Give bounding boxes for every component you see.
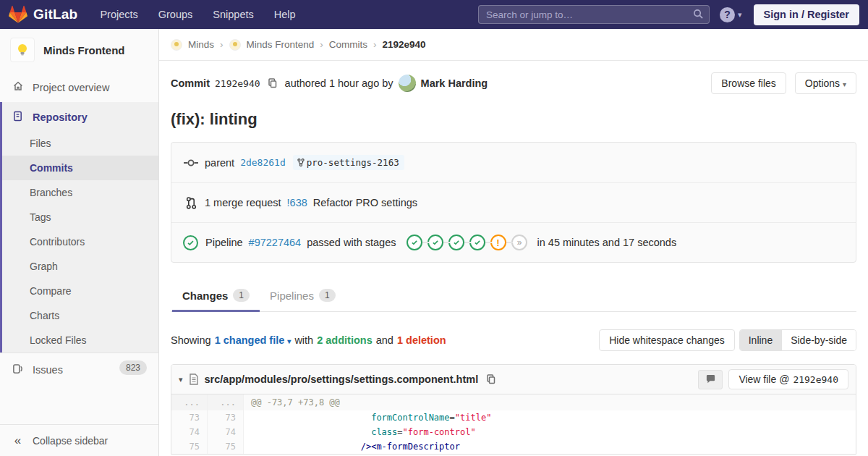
tab-changes[interactable]: Changes 1	[172, 280, 260, 311]
options-button[interactable]: Options ▾	[795, 72, 856, 94]
file-path[interactable]: src/app/modules/pro/settings/settings.co…	[205, 373, 479, 385]
branch-ref-badge[interactable]: pro-settings-2163	[293, 155, 404, 170]
sidebar-item-branches[interactable]: Branches	[2, 180, 158, 205]
merge-request-title: Refactor PRO settings	[313, 197, 417, 208]
project-header[interactable]: Minds Frontend	[0, 29, 158, 72]
old-line-number[interactable]: 75	[171, 439, 208, 454]
nav-help[interactable]: Help	[266, 4, 304, 25]
diff-line: 74 74 class="form-control"	[171, 425, 856, 439]
help-menu[interactable]: ? ▾	[720, 7, 742, 22]
author-name[interactable]: Mark Harding	[421, 77, 488, 89]
toggle-comments-button[interactable]	[698, 370, 723, 389]
showing-text: Showing	[171, 334, 211, 346]
code-line: class="form-control"	[244, 425, 856, 439]
nav-projects[interactable]: Projects	[92, 4, 145, 25]
sidebar-item-contributors[interactable]: Contributors	[2, 229, 158, 254]
top-navbar: GitLab Projects Groups Snippets Help ? ▾…	[0, 0, 868, 29]
stage-passed-icon[interactable]	[427, 235, 443, 250]
breadcrumb-current-sha: 2192e940	[383, 39, 426, 50]
new-line-number[interactable]: 73	[208, 410, 244, 425]
browse-files-button[interactable]: Browse files	[711, 72, 786, 94]
file-icon	[189, 373, 199, 385]
changed-files-dropdown[interactable]: 1 changed file ▾	[215, 334, 292, 346]
merge-request-row: 1 merge request !638 Refactor PRO settin…	[171, 182, 856, 222]
sidebar-item-graph[interactable]: Graph	[2, 254, 158, 279]
collapse-sidebar-button[interactable]: « Collapse sidebar	[0, 424, 158, 456]
commit-icon	[183, 158, 199, 168]
pipeline-mini-graph: ! »	[407, 235, 527, 250]
search-icon[interactable]	[693, 9, 704, 22]
side-by-side-view-button[interactable]: Side-by-side	[781, 330, 856, 350]
parent-label: parent	[205, 157, 234, 169]
sidebar-item-label: Project overview	[33, 82, 109, 93]
diff-table: ... ... @@ -73,7 +73,8 @@ 73 73 formCont…	[171, 394, 856, 454]
commit-header-row: Commit 2192e940 authored 1 hour ago by M…	[171, 72, 856, 94]
commit-title: (fix): linting	[171, 110, 856, 129]
hide-whitespace-button[interactable]: Hide whitespace changes	[599, 329, 735, 351]
home-icon	[12, 80, 24, 94]
search-input[interactable]	[478, 5, 710, 24]
breadcrumb: Minds › Minds Frontend › Commits › 2192e…	[159, 29, 868, 61]
sidebar-item-issues[interactable]: Issues 823	[0, 352, 158, 387]
nav-snippets[interactable]: Snippets	[205, 4, 261, 25]
merge-request-link[interactable]: !638	[287, 197, 307, 208]
tanuki-icon	[9, 5, 27, 24]
old-line-number[interactable]: 73	[171, 410, 208, 425]
sidebar-item-files[interactable]: Files	[2, 131, 158, 156]
tab-pipelines[interactable]: Pipelines 1	[260, 280, 346, 311]
chevron-down-icon: ▾	[287, 337, 291, 345]
merge-request-text: 1 merge request	[205, 197, 281, 208]
project-sidebar: Minds Frontend Project overview Reposito…	[0, 29, 159, 456]
stage-passed-icon[interactable]	[448, 235, 464, 250]
stage-passed-icon[interactable]	[407, 235, 422, 250]
pipeline-status-text: passed with stages	[307, 237, 396, 248]
copy-sha-button[interactable]	[265, 77, 280, 89]
additions-count: 2 additions	[317, 334, 373, 346]
breadcrumb-separator: ›	[373, 39, 377, 50]
breadcrumb-project[interactable]: Minds Frontend	[247, 39, 315, 50]
group-avatar	[171, 39, 182, 51]
breadcrumb-commits[interactable]: Commits	[329, 39, 367, 50]
issues-count-badge: 823	[119, 360, 147, 375]
project-avatar	[10, 38, 35, 62]
sidebar-item-project-overview[interactable]: Project overview	[0, 72, 158, 102]
issues-icon	[12, 363, 24, 376]
inline-view-button[interactable]: Inline	[740, 330, 781, 350]
collapse-diff-icon[interactable]: ▾	[179, 375, 183, 384]
sidebar-item-compare[interactable]: Compare	[2, 279, 158, 303]
sidebar-item-tags[interactable]: Tags	[2, 205, 158, 229]
stage-passed-icon[interactable]	[469, 235, 485, 250]
copy-path-button[interactable]	[484, 373, 498, 385]
sidebar-item-commits[interactable]: Commits	[2, 156, 158, 180]
sidebar-item-locked-files[interactable]: Locked Files	[2, 328, 158, 352]
nav-groups[interactable]: Groups	[150, 4, 201, 25]
sidebar-item-repository[interactable]: Repository	[2, 102, 158, 131]
view-file-button[interactable]: View file @ 2192e940	[728, 369, 848, 389]
main-content: Minds › Minds Frontend › Commits › 2192e…	[159, 29, 868, 456]
pipelines-count-badge: 1	[319, 289, 336, 302]
sign-in-button[interactable]: Sign in / Register	[754, 4, 859, 25]
new-line-number[interactable]: 74	[208, 425, 244, 439]
stage-warning-icon[interactable]: !	[490, 235, 506, 250]
with-text: with	[294, 334, 313, 346]
breadcrumb-group[interactable]: Minds	[188, 39, 214, 50]
collapse-label: Collapse sidebar	[33, 435, 108, 447]
old-line-number[interactable]: 74	[171, 425, 208, 439]
sidebar-item-charts[interactable]: Charts	[2, 303, 158, 328]
parent-row: parent 2de8261d pro-settings-2163	[171, 143, 856, 182]
new-line-number[interactable]: 75	[208, 439, 244, 454]
and-text: and	[376, 334, 393, 346]
help-icon: ?	[720, 7, 735, 22]
pipeline-link[interactable]: #97227464	[249, 237, 302, 248]
gitlab-logo[interactable]: GitLab	[9, 5, 77, 24]
pipeline-duration: in 45 minutes and 17 seconds	[537, 237, 677, 248]
diff-file: ▾ src/app/modules/pro/settings/settings.…	[171, 364, 856, 455]
author-avatar[interactable]	[399, 75, 416, 92]
sidebar-section-repository: Repository Files Commits Branches Tags C…	[0, 102, 158, 352]
brand-wordmark: GitLab	[33, 7, 77, 22]
commit-label: Commit	[171, 77, 210, 89]
project-name: Minds Frontend	[43, 44, 125, 56]
stage-skipped-icon[interactable]: »	[511, 235, 527, 250]
authored-text: authored 1 hour ago by	[285, 77, 393, 89]
parent-sha-link[interactable]: 2de8261d	[240, 157, 286, 168]
